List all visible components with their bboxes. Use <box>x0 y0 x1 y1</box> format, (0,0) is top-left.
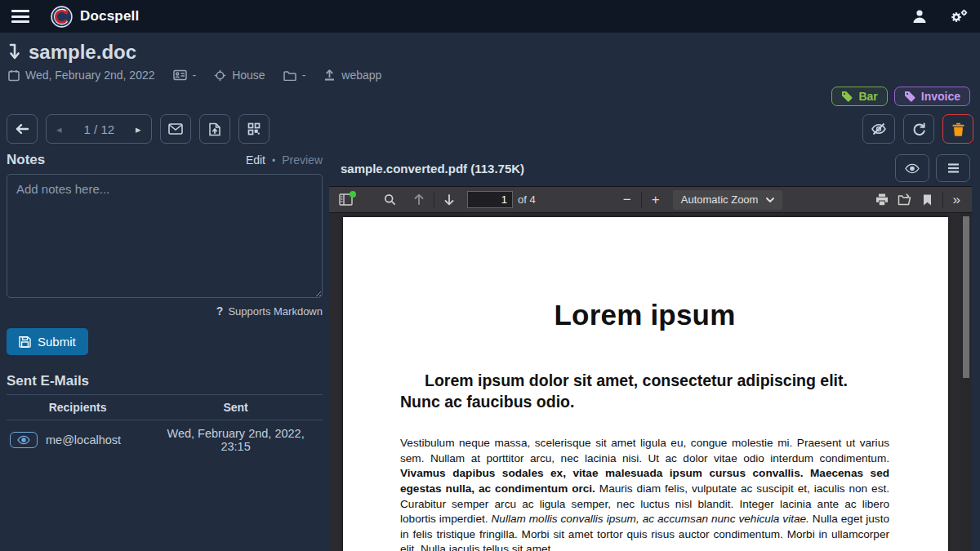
sidebar-toggle-button[interactable] <box>334 189 357 211</box>
item-date: Wed, February 2nd, 2022 <box>25 69 155 82</box>
tag-label: Bar <box>858 90 877 103</box>
bars-icon <box>947 163 960 173</box>
tags-row: Bar Invoice <box>0 82 980 111</box>
attachment-filename: sample.converted.pdf (113.75K) <box>341 162 524 176</box>
correspondent-card-icon <box>173 69 187 81</box>
col-sent: Sent <box>149 395 323 420</box>
chevron-down-icon <box>766 198 774 202</box>
tag-invoice[interactable]: Invoice <box>894 87 970 106</box>
concerning-value: House <box>232 69 265 82</box>
print-button[interactable] <box>871 189 893 211</box>
pdfjs-toolbar: of 4 − + Automatic Zoom <box>329 187 972 213</box>
settings-gears-icon[interactable] <box>949 8 969 24</box>
prev-item-button[interactable]: ◂ <box>47 115 73 143</box>
attachment-view-button[interactable] <box>895 154 929 182</box>
sent-emails-heading: Sent E-Mails <box>7 373 323 395</box>
more-tools-button[interactable]: » <box>947 192 967 208</box>
mail-sent-date: Wed, February 2nd, 2022, 23:15 <box>149 420 323 460</box>
view-mail-button[interactable] <box>10 432 38 448</box>
notes-preview-link[interactable]: Preview <box>282 153 323 167</box>
notes-textarea[interactable] <box>7 174 323 298</box>
page-indicator: 1 / 12 <box>73 115 127 143</box>
help-icon: ? <box>216 304 224 318</box>
pdf-scrollbar[interactable] <box>960 213 972 551</box>
next-item-button[interactable]: ▸ <box>126 115 151 143</box>
menu-icon[interactable] <box>11 10 29 23</box>
zoom-in-button[interactable]: + <box>645 192 666 208</box>
notes-heading: Notes <box>7 152 45 168</box>
sent-emails-table: Recipients Sent <box>7 395 323 460</box>
separator-dot: • <box>272 155 275 167</box>
tag-bar[interactable]: Bar <box>831 87 887 106</box>
pdf-doc-subheading: Lorem ipsum dolor sit amet, consectetur … <box>400 370 889 412</box>
add-file-button[interactable] <box>199 114 230 144</box>
col-recipients: Recipients <box>7 395 149 420</box>
eye-icon <box>17 435 30 445</box>
document-header: sample.doc Wed, February 2nd, 2022 - <box>0 33 980 82</box>
scrollbar-thumb[interactable] <box>963 216 969 378</box>
page-number-input[interactable] <box>467 191 513 208</box>
mail-recipient: me@localhost <box>46 433 121 447</box>
pdf-page-area[interactable]: Lorem ipsum Lorem ipsum dolor sit amet, … <box>329 213 972 551</box>
concerning-target-icon <box>214 69 226 82</box>
correspondent-value: - <box>193 69 197 82</box>
zoom-level-select[interactable]: Automatic Zoom <box>673 190 783 210</box>
table-row: me@localhost Wed, February 2nd, 2022, 23… <box>7 420 323 460</box>
zoom-level-value: Automatic Zoom <box>681 193 759 206</box>
delete-item-button[interactable] <box>942 114 973 144</box>
notes-sidebar: Notes Edit • Preview ? Supports Markdown… <box>0 150 329 551</box>
markdown-hint-label: Supports Markdown <box>228 305 323 318</box>
user-account-icon[interactable] <box>911 8 928 24</box>
eye-icon <box>905 163 920 174</box>
zoom-out-button[interactable]: − <box>617 192 638 208</box>
tag-icon <box>841 91 853 102</box>
reprocess-refresh-button[interactable] <box>903 114 934 144</box>
attachment-menu-button[interactable] <box>936 154 970 182</box>
docspell-app: Docspell <box>0 0 980 551</box>
submit-notes-button[interactable]: Submit <box>7 328 88 355</box>
document-title: sample.doc <box>29 41 136 64</box>
submit-label: Submit <box>38 335 76 349</box>
previous-page-button[interactable] <box>408 189 430 211</box>
back-button[interactable] <box>7 114 38 144</box>
pdf-viewer: of 4 − + Automatic Zoom <box>329 186 972 551</box>
download-button[interactable] <box>893 189 916 211</box>
upload-source-icon <box>323 69 336 81</box>
folder-icon <box>283 70 296 81</box>
item-toolbar: ◂ 1 / 12 ▸ <box>0 111 980 150</box>
folder-value: - <box>302 69 306 82</box>
tag-label: Invoice <box>921 90 960 103</box>
markdown-help-link[interactable]: ? Supports Markdown <box>7 304 323 318</box>
notes-edit-link[interactable]: Edit <box>246 153 265 167</box>
pdf-doc-title: Lorem ipsum <box>400 299 889 331</box>
arrow-down-icon <box>8 42 22 62</box>
pdf-page: Lorem ipsum Lorem ipsum dolor sit amet, … <box>343 217 948 551</box>
notification-dot <box>350 191 356 198</box>
pdf-doc-paragraph: Vestibulum neque massa, scelerisque sit … <box>400 436 889 551</box>
next-page-button[interactable] <box>438 189 461 211</box>
source-value: webapp <box>341 69 381 82</box>
find-button[interactable] <box>378 189 401 211</box>
brand[interactable]: Docspell <box>51 6 139 28</box>
pdf-preview-panel: sample.converted.pdf (113.75K) <box>329 150 980 551</box>
tag-icon <box>904 91 915 102</box>
brand-name: Docspell <box>80 8 139 24</box>
docspell-logo-icon <box>51 6 73 28</box>
calendar-icon <box>8 69 20 82</box>
unconfirm-eye-slash-button[interactable] <box>862 114 895 144</box>
page-count-label: of 4 <box>518 193 536 206</box>
bookmark-button[interactable] <box>916 189 939 211</box>
top-navbar: Docspell <box>0 0 980 33</box>
metadata-grid-button[interactable] <box>238 114 270 144</box>
item-pager: ◂ 1 / 12 ▸ <box>46 114 152 144</box>
send-mail-button[interactable] <box>160 114 191 144</box>
save-icon <box>19 335 31 348</box>
